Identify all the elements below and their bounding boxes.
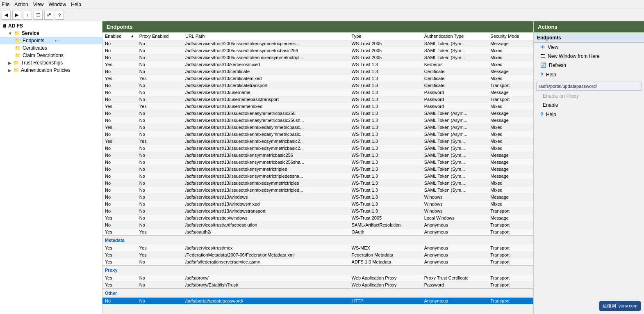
- endpoints-table-container[interactable]: Enabled ▲ Proxy Enabled URL Path Type Au…: [102, 32, 533, 314]
- col-url-path[interactable]: URL Path: [183, 32, 349, 40]
- tree-root-adfs[interactable]: 🖥 AD FS: [0, 21, 102, 30]
- table-row[interactable]: No No /adfs/services/trust/2005/issuedto…: [102, 54, 533, 61]
- cell-security: Mixed: [488, 47, 533, 54]
- cell-url: /adfs/services/trust/13/windows: [183, 194, 349, 201]
- action-view-label: View: [548, 44, 558, 50]
- table-row[interactable]: Yes Yes /adfs/services/trust/mex WS-MEX …: [102, 245, 533, 252]
- cell-security: Mixed: [488, 187, 533, 194]
- table-row[interactable]: Yes Yes /adfs/services/trust/13/certific…: [102, 75, 533, 82]
- col-auth-type[interactable]: Authentication Type: [422, 32, 488, 40]
- table-row[interactable]: No No /adfs/services/trust/13/usernameba…: [102, 96, 533, 103]
- table-row[interactable]: No No /adfs/services/trust/13/issuedtoke…: [102, 159, 533, 166]
- toolbar-back[interactable]: ◀: [2, 11, 11, 20]
- cell-url: /adfs/services/trust/13/windowstransport: [183, 208, 349, 215]
- table-row[interactable]: Yes No /adfs/services/trusttcp/windows W…: [102, 215, 533, 222]
- cell-type: WS-Trust 1.3: [349, 131, 422, 138]
- cell-url: /adfs/services/trust/13/certificatetrans…: [183, 82, 349, 89]
- table-row[interactable]: Yes Yes /FederationMetadata/2007-06/Fede…: [102, 252, 533, 259]
- menu-action[interactable]: Action: [14, 2, 28, 7]
- cell-proxy: No: [137, 82, 183, 89]
- table-row[interactable]: No No /adfs/services/trust/13/issuedtoke…: [102, 173, 533, 180]
- menu-view[interactable]: View: [33, 2, 44, 7]
- cell-url: /adfs/services/trust/13/username: [183, 89, 349, 96]
- action-view[interactable]: 👁 View: [534, 43, 644, 52]
- watermark: 运维网 iyunv.com: [599, 301, 641, 311]
- table-row[interactable]: No No /adfs/services/trust/13/certificat…: [102, 68, 533, 75]
- toolbar-up[interactable]: ↑: [23, 11, 32, 20]
- toolbar-forward[interactable]: ▶: [12, 11, 21, 20]
- selected-path: /adfs/portal/updatepassword/: [536, 82, 642, 91]
- table-row[interactable]: No No /adfs/services/trust/2005/issuedto…: [102, 47, 533, 54]
- table-row[interactable]: No No /adfs/services/trust/13/issuedtoke…: [102, 110, 533, 117]
- action-enable[interactable]: Enable: [534, 101, 644, 110]
- table-row[interactable]: No No /adfs/services/trust/13/issuedtoke…: [102, 145, 533, 152]
- table-row[interactable]: No No /adfs/services/trust/13/issuedtoke…: [102, 117, 533, 124]
- table-row[interactable]: Yes No /adfs/proxy/EstablishTrust/ Web A…: [102, 282, 533, 289]
- toolbar-show-hide[interactable]: ☰: [34, 11, 43, 20]
- table-row[interactable]: Yes Yes /adfs/services/trust/13/username…: [102, 103, 533, 110]
- action-enable-on-proxy[interactable]: Enable on Proxy: [534, 92, 644, 101]
- cell-proxy: No: [137, 194, 183, 201]
- col-type[interactable]: Type: [349, 32, 422, 40]
- table-row[interactable]: Yes Yes /adfs/oauth2/ OAuth Anonymous Tr…: [102, 229, 533, 236]
- action-refresh[interactable]: 🔄 Refresh: [534, 61, 644, 70]
- col-proxy-enabled[interactable]: Proxy Enabled: [137, 32, 183, 40]
- tree-auth-policies[interactable]: ▶ 📁 Authentication Policies: [0, 66, 102, 74]
- tree-service[interactable]: ▼ 📁 Service: [0, 30, 102, 37]
- cell-url: /adfs/services/trust/2005/issuedtokensym…: [183, 47, 349, 54]
- cell-proxy: Yes: [137, 103, 183, 110]
- toolbar-help[interactable]: ?: [55, 11, 64, 20]
- table-row[interactable]: Yes No /adfs/services/trust/13/kerberosm…: [102, 61, 533, 68]
- table-row[interactable]: No No /adfs/services/trust/13/windowsmix…: [102, 201, 533, 208]
- toolbar-properties[interactable]: ☍: [44, 11, 53, 20]
- tree-endpoints[interactable]: 📁 Endpoints ←: [0, 37, 102, 44]
- cell-proxy: No: [137, 298, 183, 305]
- cell-url: /FederationMetadata/2007-06/FederationMe…: [183, 252, 349, 259]
- table-row[interactable]: No No /adfs/services/trust/13/windowstra…: [102, 208, 533, 215]
- cell-auth: SAML Token (Sym...: [422, 152, 488, 159]
- table-row[interactable]: Yes No /adfs/fs/federationserverservice.…: [102, 259, 533, 266]
- cell-auth: Certificate: [422, 68, 488, 75]
- table-row[interactable]: Yes No /adfs/proxy/ Web Application Prox…: [102, 275, 533, 282]
- menu-window[interactable]: Window: [49, 2, 66, 7]
- action-help-main[interactable]: ? Help: [534, 70, 644, 79]
- action-help-selected[interactable]: ? Help: [534, 110, 644, 119]
- table-row[interactable]: No No /adfs/services/trust/13/username W…: [102, 89, 533, 96]
- tree-trust-relationships[interactable]: ▶ 📁 Trust Relationships: [0, 59, 102, 66]
- table-row[interactable]: No No /adfs/services/trust/13/issuedtoke…: [102, 166, 533, 173]
- action-enable-label: Enable: [543, 102, 558, 108]
- tree-certificates[interactable]: 📁 Certificates: [0, 44, 102, 52]
- table-row[interactable]: No No /adfs/portal/updatepassword/ HTTP …: [102, 298, 533, 305]
- cell-type: WS-Trust 1.3: [349, 110, 422, 117]
- tree-claim-descriptions[interactable]: 📁 Claim Descriptions: [0, 52, 102, 59]
- table-row[interactable]: No No /adfs/services/trust/13/certificat…: [102, 82, 533, 89]
- cell-proxy: No: [137, 96, 183, 103]
- table-row[interactable]: Yes No /adfs/services/trust/13/issuedtok…: [102, 124, 533, 131]
- menu-help[interactable]: Help: [71, 2, 81, 7]
- table-row[interactable]: No No /adfs/services/trust/artifactresol…: [102, 222, 533, 229]
- cell-proxy: No: [137, 89, 183, 96]
- cell-enabled: No: [102, 194, 137, 201]
- table-row[interactable]: No No /adfs/services/trust/13/issuedtoke…: [102, 187, 533, 194]
- col-enabled[interactable]: Enabled ▲: [102, 32, 137, 40]
- menu-file[interactable]: File: [2, 2, 9, 7]
- cell-security: Transport: [488, 298, 533, 305]
- cell-auth: Local Windows: [422, 215, 488, 222]
- toolbar: ◀ ▶ ↑ ☰ ☍ ?: [0, 9, 644, 21]
- table-row[interactable]: Yes Yes /adfs/services/trust/13/issuedto…: [102, 138, 533, 145]
- table-row[interactable]: No No /adfs/services/trust/13/windows WS…: [102, 194, 533, 201]
- table-row[interactable]: No No /adfs/services/trust/2005/issuedto…: [102, 40, 533, 47]
- cell-url: /adfs/proxy/EstablishTrust/: [183, 282, 349, 289]
- action-new-window[interactable]: 🗔 New Window from Here: [534, 52, 644, 61]
- cell-proxy: No: [137, 259, 183, 266]
- table-row[interactable]: No No /adfs/services/trust/13/issuedtoke…: [102, 131, 533, 138]
- cell-security: Message: [488, 194, 533, 201]
- cell-security: Mixed: [488, 145, 533, 152]
- help-icon-selected: ?: [540, 111, 544, 117]
- cell-proxy: No: [137, 152, 183, 159]
- cell-proxy: No: [137, 173, 183, 180]
- table-row[interactable]: No No /adfs/services/trust/13/issuedtoke…: [102, 152, 533, 159]
- cell-security: Transport: [488, 222, 533, 229]
- col-security-mode[interactable]: Security Mode: [488, 32, 533, 40]
- table-row[interactable]: No No /adfs/services/trust/13/issuedtoke…: [102, 180, 533, 187]
